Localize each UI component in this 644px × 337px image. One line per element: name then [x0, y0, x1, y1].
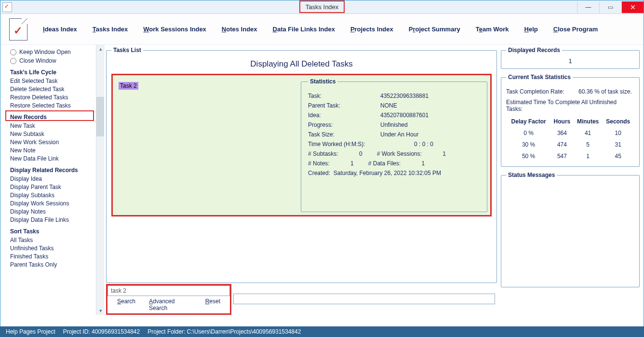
minimize-button[interactable]: — [577, 1, 599, 13]
main-toolbar: Ideas Index Tasks Index Work Sessions In… [0, 14, 644, 45]
stat-work-sessions-label: # Work Sessions: [377, 150, 422, 157]
menu-work-sessions-index[interactable]: Work Sessions Index [143, 26, 206, 33]
status-messages-legend: Status Messages [506, 172, 557, 178]
stat-idea-value: 435207800887601 [380, 112, 467, 119]
stat-idea-label: Idea: [308, 112, 380, 119]
stat-data-files-label: # Data Files: [368, 160, 401, 167]
sidebar-new-data-file-link[interactable]: New Data File Link [10, 155, 91, 162]
menu-notes-index[interactable]: Notes Index [222, 26, 257, 33]
displayed-records-legend: Displayed Records [506, 47, 562, 54]
advanced-search-button[interactable]: Advanced Search [149, 298, 192, 311]
scroll-up-icon[interactable]: ▴ [96, 45, 105, 53]
sidebar-restore-deleted-tasks[interactable]: Restore Deleted Tasks [10, 94, 91, 101]
document-icon [9, 18, 27, 40]
est-row-2: 50 %547145 [507, 151, 633, 162]
search-input[interactable] [107, 285, 230, 296]
stat-created-value: Saturday, February 26, 2022 10:32:05 PM [334, 170, 441, 176]
close-button[interactable]: ✕ [621, 1, 644, 13]
menu-team-work[interactable]: Team Work [476, 26, 509, 33]
completion-rate-value: 60.36 % of task size. [578, 88, 632, 95]
sidebar-display-work-sessions[interactable]: Display Work Sessions [10, 200, 91, 207]
titlebar: Tasks Index — ▭ ✕ [0, 0, 644, 14]
menu-help[interactable]: Help [524, 26, 538, 33]
sidebar-sort-parent-only[interactable]: Parent Tasks Only [10, 261, 91, 268]
estimate-table: Delay Factor Hours Minutes Seconds 0 %36… [506, 115, 634, 162]
search-input-extension[interactable] [233, 294, 495, 304]
stat-notes-label: # Notes: [308, 160, 330, 167]
sidebar-scrollbar[interactable]: ▴ ▾ [96, 45, 104, 315]
stat-parent-value: NONE [380, 102, 467, 109]
menu-tasks-index[interactable]: Tasks Index [93, 26, 128, 33]
stat-progress-value: Unfinished [380, 121, 467, 128]
stat-time-value: 0 : 0 : 0 [380, 141, 467, 148]
tasks-annotation: Task 2 Statistics Task:435223096338881 P… [111, 74, 492, 216]
sidebar-display-parent-task[interactable]: Display Parent Task [10, 184, 91, 190]
sidebar-new-note[interactable]: New Note [10, 147, 91, 154]
stat-time-label: Time Worked (H:M:S): [308, 141, 380, 148]
radio-keep-open[interactable]: Keep Window Open [10, 49, 91, 55]
menu-data-file-links-index[interactable]: Data File Links Index [273, 26, 335, 33]
status-messages-fieldset: Status Messages [501, 172, 640, 287]
radio-close-window[interactable]: Close Window [10, 57, 91, 64]
sidebar-display-notes[interactable]: Display Notes [10, 208, 91, 215]
deleted-tasks-title: Displaying All Deleted Tasks [111, 59, 492, 69]
col-minutes: Minutes [574, 116, 602, 127]
col-seconds: Seconds [603, 116, 633, 127]
sidebar: Keep Window Open Close Window Task's Lif… [0, 45, 96, 315]
est-row-1: 30 %474531 [507, 139, 633, 150]
sidebar-sort-all[interactable]: All Tasks [10, 237, 91, 243]
completion-rate-label: Task Completion Rate: [506, 88, 578, 95]
statistics-panel: Statistics Task:435223096338881 Parent T… [301, 78, 487, 212]
status-project-folder: Project Folder: C:\Users\Darren\Projects… [148, 328, 301, 335]
tasks-list-fieldset: Tasks List Displaying All Deleted Tasks … [106, 47, 497, 283]
tasks-list-legend: Tasks List [111, 47, 143, 54]
statusbar: Help Pages Project Project ID: 400956931… [0, 326, 644, 337]
sidebar-display-idea[interactable]: Display Idea [10, 175, 91, 182]
statistics-legend: Statistics [308, 78, 337, 85]
sidebar-delete-selected-task[interactable]: Delete Selected Task [10, 86, 91, 93]
sidebar-header-display-related: Display Related Records [10, 167, 91, 174]
sidebar-header-life-cycle: Task's Life Cycle [10, 69, 91, 76]
stat-task-label: Task: [308, 93, 380, 99]
menu-ideas-index[interactable]: Ideas Index [43, 26, 77, 33]
menu-close-program[interactable]: Close Program [553, 26, 598, 33]
task-list[interactable]: Task 2 [113, 75, 301, 215]
sidebar-new-task[interactable]: New Task [10, 122, 91, 129]
search-annotation: Search Advanced Search Reset [106, 284, 231, 315]
stat-size-value: Under An Hour [380, 131, 467, 138]
sidebar-display-data-file-links[interactable]: Display Data File Links [10, 216, 91, 223]
sidebar-new-subtask[interactable]: New Subtask [10, 131, 91, 137]
sidebar-edit-selected-task[interactable]: Edit Selected Task [10, 78, 91, 84]
stat-subtasks-value: 0 [353, 150, 362, 157]
current-task-stats-legend: Current Task Statistics [506, 74, 573, 81]
sidebar-new-work-session[interactable]: New Work Session [10, 139, 91, 146]
stat-notes-value: 1 [344, 160, 354, 167]
stat-progress-label: Progress: [308, 121, 380, 128]
menu-projects-index[interactable]: Projects Index [350, 26, 393, 33]
window-title: Tasks Index [306, 3, 339, 11]
task-item-selected[interactable]: Task 2 [119, 82, 138, 90]
app-icon [2, 2, 12, 12]
sidebar-restore-selected-tasks[interactable]: Restore Selected Tasks [10, 102, 91, 109]
reset-button[interactable]: Reset [205, 298, 220, 311]
stat-work-sessions-value: 1 [436, 150, 446, 157]
maximize-button[interactable]: ▭ [599, 1, 621, 13]
status-project-id: Project ID: 400956931534842 [63, 328, 140, 335]
sidebar-display-subtasks[interactable]: Display Subtasks [10, 192, 91, 199]
current-task-stats-fieldset: Current Task Statistics Task Completion … [501, 74, 640, 167]
stat-data-files-value: 1 [415, 160, 425, 167]
status-help[interactable]: Help Pages Project [6, 328, 55, 335]
displayed-records-fieldset: Displayed Records 1 [501, 47, 640, 69]
sidebar-sort-unfinished[interactable]: Unfinished Tasks [10, 245, 91, 252]
stat-size-label: Task Size: [308, 131, 380, 138]
scroll-thumb[interactable] [96, 97, 104, 136]
col-hours: Hours [551, 116, 573, 127]
est-row-0: 0 %3644110 [507, 128, 633, 138]
sidebar-sort-finished[interactable]: Finished Tasks [10, 253, 91, 260]
menu-project-summary[interactable]: Project Summary [409, 26, 460, 33]
estimated-time-label: Estimated Time To Complete All Unfinishe… [506, 99, 634, 112]
sidebar-header-new-records: New Records [10, 114, 91, 121]
scroll-down-icon[interactable]: ▾ [96, 307, 105, 315]
search-button[interactable]: Search [117, 298, 135, 311]
stat-task-value: 435223096338881 [380, 93, 467, 99]
